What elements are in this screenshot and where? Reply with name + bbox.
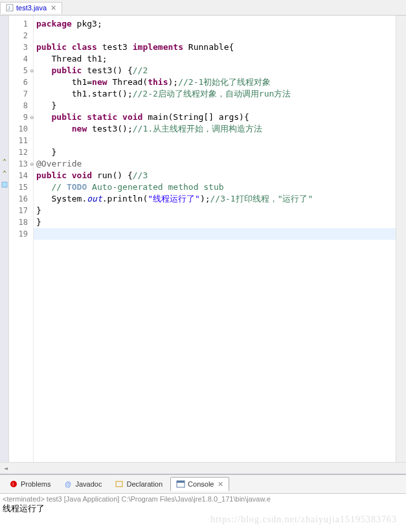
- line-number: 13: [9, 158, 33, 170]
- line-number: 19: [9, 228, 33, 240]
- line-number: 14: [9, 170, 33, 181]
- scroll-left-icon[interactable]: ◄: [4, 465, 8, 472]
- console-output-line: 线程运行了: [3, 503, 403, 515]
- line-number: 9: [9, 111, 33, 123]
- tab-label: Console: [188, 480, 214, 488]
- svg-text:@: @: [65, 481, 71, 488]
- line-number: 18: [9, 216, 33, 228]
- line-number: 1: [9, 18, 33, 30]
- editor-tab-active[interactable]: J test3.java ✕: [0, 2, 62, 14]
- line-number: 17: [9, 205, 33, 216]
- line-number: 7: [9, 88, 33, 100]
- line-number: 8: [9, 100, 33, 111]
- javadoc-icon: @: [63, 480, 73, 489]
- code-line[interactable]: System.out.println("线程运行了");//3-1打印线程，"运…: [34, 193, 396, 205]
- code-line[interactable]: public void run() {//3: [34, 170, 396, 181]
- watermark-text: https://blog.csdn.net/zhaiyujia151953837…: [3, 515, 403, 525]
- close-icon[interactable]: ✕: [51, 4, 56, 12]
- bottom-panel: ! Problems @ Javadoc Declaration Console…: [0, 474, 406, 532]
- console-body[interactable]: <terminated> test3 [Java Application] C:…: [0, 493, 406, 532]
- code-line[interactable]: public class test3 implements Runnable{: [34, 41, 396, 53]
- code-line[interactable]: [34, 228, 396, 240]
- override-marker-icon[interactable]: [1, 170, 8, 176]
- line-number: 2: [9, 30, 33, 41]
- svg-text:J: J: [8, 6, 10, 10]
- tab-label: Declaration: [126, 480, 163, 488]
- line-number: 4: [9, 53, 33, 65]
- code-line[interactable]: // TODO Auto-generated method stub: [34, 181, 396, 193]
- line-number-gutter: 12345678910111213141516171819: [9, 16, 34, 462]
- code-line[interactable]: Thread th1;: [34, 53, 396, 65]
- override-marker-icon[interactable]: [1, 158, 8, 165]
- code-line[interactable]: package pkg3;: [34, 18, 396, 30]
- code-line[interactable]: [34, 135, 396, 146]
- tab-label: Problems: [21, 480, 51, 488]
- console-process-info: <terminated> test3 [Java Application] C:…: [3, 495, 403, 503]
- code-line[interactable]: new test3();//1.从主线程开始，调用构造方法: [34, 123, 396, 135]
- code-line[interactable]: }: [34, 205, 396, 216]
- bottom-tab-bar: ! Problems @ Javadoc Declaration Console…: [0, 475, 406, 493]
- tab-javadoc[interactable]: @ Javadoc: [58, 478, 107, 491]
- tab-label: Javadoc: [75, 480, 102, 488]
- task-marker-icon[interactable]: [1, 181, 8, 188]
- code-line[interactable]: @Override: [34, 158, 396, 170]
- tab-filename: test3.java: [16, 4, 47, 12]
- vertical-scrollbar[interactable]: [396, 16, 406, 462]
- code-line[interactable]: }: [34, 100, 396, 111]
- line-number: 3: [9, 41, 33, 53]
- svg-rect-8: [177, 481, 185, 483]
- line-number: 15: [9, 181, 33, 193]
- tab-problems[interactable]: ! Problems: [4, 478, 56, 491]
- console-icon: [176, 480, 185, 489]
- line-number: 5: [9, 65, 33, 76]
- java-file-icon: J: [6, 4, 14, 12]
- line-number: 6: [9, 76, 33, 88]
- line-number: 11: [9, 135, 33, 146]
- svg-rect-6: [116, 481, 122, 487]
- code-content[interactable]: package pkg3;public class test3 implemen…: [34, 16, 396, 462]
- code-line[interactable]: [34, 30, 396, 41]
- line-number: 10: [9, 123, 33, 135]
- code-line[interactable]: th1=new Thread(this);//2-1初始化了线程对象: [34, 76, 396, 88]
- code-editor[interactable]: 12345678910111213141516171819 package pk…: [0, 16, 406, 462]
- tab-console[interactable]: Console ✕: [170, 477, 229, 491]
- horizontal-scrollbar[interactable]: ◄: [0, 462, 406, 474]
- line-number: 12: [9, 146, 33, 158]
- tab-declaration[interactable]: Declaration: [109, 478, 168, 491]
- declaration-icon: [115, 480, 124, 489]
- code-line[interactable]: public test3() {//2: [34, 65, 396, 76]
- close-icon[interactable]: ✕: [218, 480, 223, 489]
- line-number: 16: [9, 193, 33, 205]
- code-line[interactable]: th1.start();//2-2启动了线程对象，自动调用run方法: [34, 88, 396, 100]
- svg-rect-2: [2, 182, 7, 187]
- code-line[interactable]: }: [34, 216, 396, 228]
- problems-icon: !: [9, 480, 18, 489]
- code-line[interactable]: }: [34, 146, 396, 158]
- svg-text:!: !: [12, 481, 14, 487]
- editor-tab-bar: J test3.java ✕: [0, 0, 406, 16]
- code-line[interactable]: public static void main(String[] args){: [34, 111, 396, 123]
- marker-ruler: [0, 16, 9, 462]
